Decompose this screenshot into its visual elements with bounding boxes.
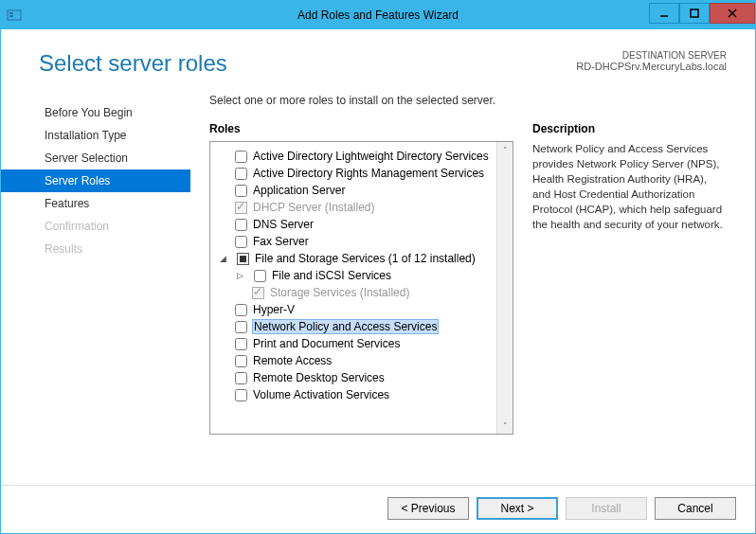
role-checkbox[interactable] (235, 389, 247, 401)
role-checkbox[interactable] (235, 168, 247, 180)
cancel-button[interactable]: Cancel (655, 497, 736, 520)
svg-rect-1 (9, 12, 13, 14)
wizard-steps-sidebar: Before You Begin Installation Type Serve… (1, 84, 190, 485)
window-title: Add Roles and Features Wizard (297, 9, 459, 22)
role-item[interactable]: ▷File and iSCSI Services (210, 267, 513, 284)
role-item[interactable]: Hyper-V (210, 301, 513, 318)
step-installation-type[interactable]: Installation Type (1, 124, 190, 147)
role-checkbox (252, 287, 264, 299)
role-checkbox[interactable] (235, 338, 247, 350)
step-server-selection[interactable]: Server Selection (1, 147, 190, 169)
role-item-selected[interactable]: Network Policy and Access Services (210, 318, 513, 335)
roles-scrollbar[interactable]: ˄ ˅ (496, 142, 513, 434)
role-item[interactable]: Active Directory Rights Management Servi… (210, 165, 513, 182)
close-button[interactable] (710, 3, 755, 24)
step-confirmation: Confirmation (1, 215, 190, 238)
role-item[interactable]: Print and Document Services (210, 335, 513, 352)
roles-label: Roles (209, 122, 513, 135)
svg-rect-2 (9, 15, 13, 17)
role-item[interactable]: DNS Server (210, 216, 513, 233)
step-server-roles[interactable]: Server Roles (1, 169, 190, 192)
role-item[interactable]: Remote Access (210, 352, 513, 369)
maximize-button[interactable] (679, 3, 710, 24)
expand-icon[interactable]: ▷ (237, 271, 246, 280)
role-checkbox[interactable] (235, 151, 247, 163)
role-checkbox[interactable] (235, 372, 247, 384)
role-item[interactable]: Volume Activation Services (210, 386, 513, 403)
role-checkbox[interactable] (235, 185, 247, 197)
next-button[interactable]: Next > (477, 497, 558, 520)
instruction-text: Select one or more roles to install on t… (209, 94, 727, 107)
previous-button[interactable]: < Previous (387, 497, 469, 520)
role-checkbox[interactable] (235, 355, 247, 367)
roles-listbox[interactable]: Active Directory Lightweight Directory S… (209, 141, 513, 435)
role-item[interactable]: Remote Desktop Services (210, 369, 513, 386)
role-checkbox[interactable] (235, 321, 247, 333)
page-title: Select server roles (39, 50, 576, 77)
minimize-button[interactable] (649, 3, 679, 24)
role-checkbox[interactable] (254, 270, 266, 282)
install-button: Install (566, 497, 647, 520)
role-item[interactable]: Active Directory Lightweight Directory S… (210, 148, 513, 165)
role-checkbox[interactable] (235, 304, 247, 316)
role-checkbox (235, 202, 247, 214)
step-before-you-begin[interactable]: Before You Begin (1, 101, 190, 124)
app-icon (7, 8, 22, 23)
wizard-footer: < Previous Next > Install Cancel (1, 485, 755, 533)
destination-server: DESTINATION SERVER RD-DHCPSrv.MercuryLab… (576, 50, 727, 77)
role-item[interactable]: Fax Server (210, 233, 513, 250)
svg-rect-4 (691, 9, 698, 17)
collapse-icon[interactable]: ◢ (220, 254, 229, 263)
step-results: Results (1, 238, 190, 260)
role-item[interactable]: ◢File and Storage Services (1 of 12 inst… (210, 250, 513, 267)
titlebar[interactable]: Add Roles and Features Wizard (1, 1, 755, 29)
role-item[interactable]: Application Server (210, 182, 513, 199)
description-label: Description (532, 122, 727, 135)
role-item: Storage Services (Installed) (210, 284, 513, 301)
role-checkbox[interactable] (235, 219, 247, 231)
role-checkbox-partial[interactable] (237, 253, 249, 265)
role-checkbox[interactable] (235, 236, 247, 248)
role-item: DHCP Server (Installed) (210, 199, 513, 216)
step-features[interactable]: Features (1, 192, 190, 215)
description-text: Network Policy and Access Services provi… (532, 141, 727, 233)
scroll-down-icon[interactable]: ˅ (497, 418, 513, 434)
scroll-up-icon[interactable]: ˄ (497, 142, 513, 158)
